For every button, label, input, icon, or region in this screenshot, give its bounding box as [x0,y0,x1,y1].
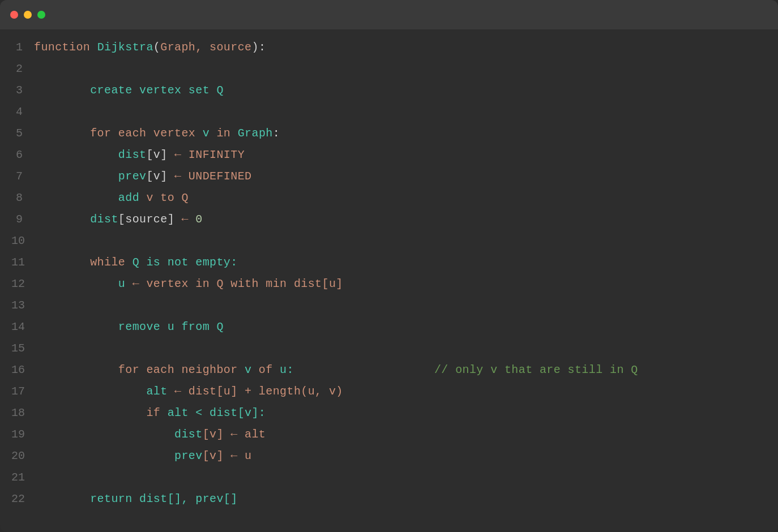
line-content: remove u from Q [34,320,224,333]
code-segment: of [251,363,280,376]
code-line: 11 while Q is not empty: [0,256,778,277]
code-line: 6 dist[v] ← INFINITY [0,148,778,170]
close-button[interactable] [10,11,18,19]
code-line: 17 alt ← dist[u] + length(u, v) [0,385,778,406]
code-segment: add [34,191,146,204]
code-segment: 0 [195,213,202,226]
code-segment: [v] ← alt [203,428,266,441]
code-segment: Graph, source [160,41,251,54]
line-number: 20 [11,449,34,462]
code-segment: v [245,363,251,376]
code-segment: dist [34,428,203,441]
line-content: prev[v] ← u [34,449,251,462]
line-number: 5 [11,127,34,140]
code-segment: [v] ← u [203,449,252,462]
line-content: alt ← dist[u] + length(u, v) [34,385,343,398]
traffic-lights [10,11,45,19]
line-number: 6 [11,148,34,161]
code-segment: alt < dist[v]: [168,406,266,419]
line-number: 14 [11,320,34,333]
line-number: 13 [11,299,34,312]
code-segment: // only v that are still in Q [294,363,638,376]
titlebar [0,0,778,29]
code-segment: alt [34,385,168,398]
line-number: 21 [11,471,34,484]
line-number: 8 [11,191,34,204]
line-number: 3 [11,84,34,97]
line-content: function Dijkstra(Graph, source): [34,41,266,54]
line-content: for each vertex v in Graph: [34,127,280,140]
code-segment: v to Q [146,191,188,204]
code-line: 12 u ← vertex in Q with min dist[u] [0,277,778,299]
code-line: 18 if alt < dist[v]: [0,406,778,428]
code-segment: prev [34,170,146,183]
code-segment: function [34,41,97,54]
code-segment: : [273,127,280,140]
code-line: 4 [0,105,778,127]
code-line: 10 [0,234,778,256]
line-content: for each neighbor v of u: // only v that… [34,363,638,376]
code-line: 3 create vertex set Q [0,84,778,105]
code-line: 16 for each neighbor v of u: // only v t… [0,363,778,385]
code-segment: dist [34,213,118,226]
code-segment: while [34,256,132,269]
line-number: 22 [11,492,34,505]
code-segment: ← vertex in Q with min dist[u] [125,277,343,290]
code-segment: prev [34,449,203,462]
code-line: 15 [0,342,778,363]
code-segment: u [34,277,125,290]
code-segment: ← UNDEFINED [168,170,252,183]
line-number: 11 [11,256,34,269]
line-content: u ← vertex in Q with min dist[u] [34,277,343,290]
code-segment: Dijkstra [97,41,153,54]
code-line: 2 [0,62,778,84]
code-line: 5 for each vertex v in Graph: [0,127,778,148]
code-segment: dist [34,148,146,161]
code-segment: for each neighbor [34,363,245,376]
code-line: 20 prev[v] ← u [0,449,778,471]
code-segment: ): [251,41,266,54]
line-content: while Q is not empty: [34,256,238,269]
code-line: 14 remove u from Q [0,320,778,342]
line-content: prev[v] ← UNDEFINED [34,170,251,183]
maximize-button[interactable] [37,11,45,19]
code-segment: [source] [118,213,174,226]
code-segment: [v] [146,170,167,183]
code-line: 22 return dist[], prev[] [0,492,778,514]
code-segment: create vertex set Q [34,84,224,97]
code-segment: in [210,127,238,140]
line-content: if alt < dist[v]: [34,406,266,419]
code-line: 19 dist[v] ← alt [0,428,778,449]
code-segment: if [34,406,168,419]
line-number: 10 [11,234,34,247]
code-segment: ← dist[u] + length(u, v) [168,385,343,398]
code-segment: remove u from Q [34,320,224,333]
line-number: 19 [11,428,34,441]
code-line: 1function Dijkstra(Graph, source): [0,41,778,62]
line-number: 16 [11,363,34,376]
line-content: return dist[], prev[] [34,492,238,505]
code-line: 7 prev[v] ← UNDEFINED [0,170,778,191]
line-content: dist[v] ← INFINITY [34,148,245,161]
code-segment: for each vertex [34,127,203,140]
line-content: add v to Q [34,191,189,204]
code-segment: Graph [238,127,273,140]
line-number: 1 [11,41,34,54]
minimize-button[interactable] [24,11,32,19]
line-number: 17 [11,385,34,398]
line-number: 15 [11,342,34,355]
line-number: 18 [11,406,34,419]
code-segment: ( [153,41,160,54]
code-area: 1function Dijkstra(Graph, source):23 cre… [0,29,778,532]
line-content: dist[v] ← alt [34,428,266,441]
editor-window: 1function Dijkstra(Graph, source):23 cre… [0,0,778,532]
line-number: 9 [11,213,34,226]
line-content: dist[source] ← 0 [34,213,203,226]
code-segment: Q is not empty: [132,256,238,269]
code-segment: u: [280,363,294,376]
code-line: 21 [0,471,778,492]
code-line: 13 [0,299,778,320]
code-line: 9 dist[source] ← 0 [0,213,778,234]
line-number: 2 [11,62,34,75]
code-line: 8 add v to Q [0,191,778,213]
